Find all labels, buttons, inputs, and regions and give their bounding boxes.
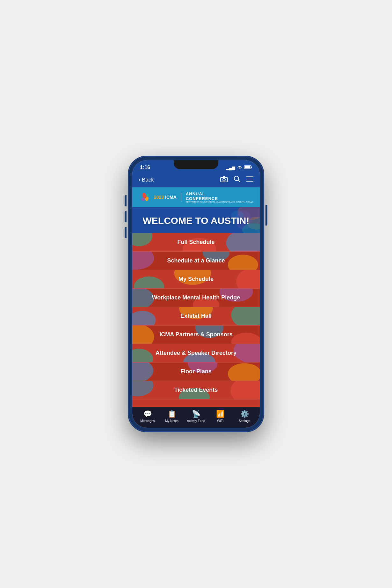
menu-item-label: ICMA Partners & Sponsors — [159, 331, 232, 338]
my-notes-label: My Notes — [165, 419, 178, 423]
menu-item-label: My Schedule — [178, 276, 214, 282]
menu-item-schedule-glance[interactable]: Schedule at a Glance — [132, 252, 260, 270]
search-button[interactable] — [234, 176, 241, 184]
org-label: ICMA — [165, 195, 177, 200]
svg-point-40 — [234, 344, 260, 362]
svg-point-47 — [132, 381, 153, 397]
menu-item-label: Schedule at a Glance — [167, 257, 225, 264]
menu-item-floor-plans[interactable]: Floor Plans — [132, 362, 260, 381]
icma-splash-icon — [139, 190, 152, 204]
svg-point-35 — [132, 311, 156, 325]
menu-item-exhibit-hall[interactable]: Exhibit Hall — [132, 307, 260, 326]
conference-title: ANNUAL CONFERENCE SEPTEMBER 30–OCTOBER 4… — [186, 191, 253, 203]
tab-my-notes[interactable]: 📋 My Notes — [162, 410, 181, 423]
menu-item-partners-sponsors[interactable]: ICMA Partners & Sponsors — [132, 326, 260, 344]
svg-rect-2 — [251, 167, 252, 168]
nav-action-icons — [220, 176, 253, 184]
settings-icon: ⚙️ — [240, 410, 249, 418]
svg-line-7 — [238, 180, 240, 182]
welcome-section: WELCOME TO AUSTIN! — [132, 207, 260, 233]
my-notes-icon: 📋 — [168, 410, 176, 418]
messages-icon: 💬 — [143, 410, 152, 418]
hamburger-menu-button[interactable] — [246, 176, 253, 183]
svg-point-38 — [231, 333, 260, 344]
svg-point-37 — [132, 326, 154, 344]
svg-point-0 — [239, 169, 240, 169]
svg-point-26 — [228, 255, 258, 270]
svg-rect-3 — [245, 166, 250, 168]
annual-label: ANNUAL — [186, 191, 253, 196]
tab-activity-feed[interactable]: 📡 Activity Feed — [186, 410, 206, 423]
svg-point-31 — [132, 289, 154, 307]
activity-feed-label: Activity Feed — [187, 419, 205, 423]
nav-bar: ‹ Back — [132, 173, 260, 187]
conference-label: CONFERENCE — [186, 196, 253, 201]
svg-point-22 — [226, 233, 260, 251]
wifi-icon: 📶 — [216, 410, 225, 418]
menu-item-ticketed-events[interactable]: Ticketed Events — [132, 381, 260, 399]
menu-item-label: Exhibit Hall — [180, 313, 212, 319]
svg-point-34 — [231, 307, 260, 325]
phone-screen: 1:16 ▂▄▆ — [132, 160, 260, 428]
tab-bar: 💬 Messages 📋 My Notes 📡 Activity Feed 📶 … — [132, 407, 260, 428]
welcome-title: WELCOME TO AUSTIN! — [139, 215, 253, 226]
menu-item-attendee-directory[interactable]: Attendee & Speaker Directory — [132, 344, 260, 362]
svg-point-5 — [223, 178, 225, 181]
menu-item-label: Workplace Mental Health Pledge — [152, 294, 240, 301]
svg-point-46 — [230, 381, 260, 399]
chevron-left-icon: ‹ — [139, 176, 141, 183]
menu-item-mental-health[interactable]: Workplace Mental Health Pledge — [132, 289, 260, 307]
phone-frame: 1:16 ▂▄▆ — [129, 157, 263, 431]
status-icons: ▂▄▆ — [226, 165, 252, 170]
svg-point-29 — [134, 276, 164, 288]
menu-item-label: Full Schedule — [177, 239, 214, 245]
signal-icon: ▂▄▆ — [226, 165, 235, 170]
menu-list: Full Schedule Schedule at a Glance My Sc… — [132, 233, 260, 407]
svg-point-15 — [146, 194, 149, 196]
back-button[interactable]: ‹ Back — [139, 176, 154, 183]
menu-item-full-schedule[interactable]: Full Schedule — [132, 233, 260, 252]
menu-item-label: Floor Plans — [180, 368, 212, 375]
svg-point-23 — [132, 233, 152, 246]
svg-point-6 — [234, 176, 239, 181]
back-label: Back — [142, 177, 154, 183]
wifi-label: WiFi — [217, 419, 223, 423]
menu-item-my-schedule[interactable]: My Schedule — [132, 270, 260, 289]
svg-point-28 — [236, 270, 260, 288]
svg-rect-4 — [221, 177, 228, 182]
svg-point-25 — [132, 252, 154, 270]
menu-item-label: Ticketed Events — [174, 387, 218, 393]
svg-point-41 — [132, 349, 153, 362]
icma-logo: 2023 ICMA ANNUAL CONFERENCE SEPTEMBER 30… — [154, 191, 253, 203]
tab-settings[interactable]: ⚙️ Settings — [235, 410, 254, 423]
svg-point-44 — [228, 363, 260, 381]
status-time: 1:16 — [140, 165, 150, 170]
messages-label: Messages — [140, 419, 155, 423]
logo-divider — [181, 193, 181, 202]
menu-item-label: Attendee & Speaker Directory — [156, 350, 236, 356]
year-label: 2023 — [154, 195, 164, 200]
settings-label: Settings — [239, 419, 250, 423]
camera-button[interactable] — [220, 176, 228, 184]
conference-banner: 2023 ICMA ANNUAL CONFERENCE SEPTEMBER 30… — [132, 187, 260, 207]
battery-icon — [244, 165, 252, 170]
date-location: SEPTEMBER 30–OCTOBER 4 | AUSTIN/TRAVIS C… — [186, 201, 253, 203]
notch — [174, 160, 218, 169]
tab-messages[interactable]: 💬 Messages — [138, 410, 157, 423]
activity-feed-icon: 📡 — [192, 410, 200, 418]
tab-wifi[interactable]: 📶 WiFi — [211, 410, 230, 423]
svg-point-43 — [132, 362, 153, 381]
wifi-status-icon — [237, 165, 242, 170]
